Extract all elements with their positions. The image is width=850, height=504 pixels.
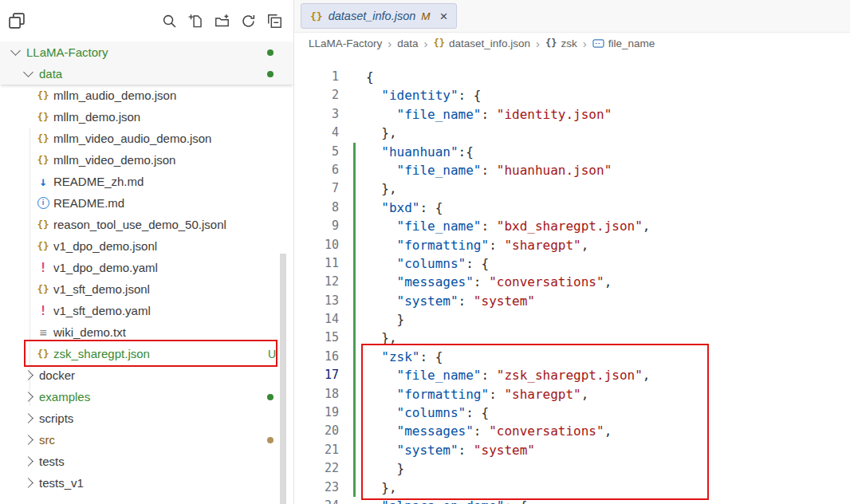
sidebar-scrollbar[interactable] xyxy=(280,254,286,504)
tree-item-label: data xyxy=(39,67,62,81)
breadcrumb-item-data[interactable]: data xyxy=(397,37,418,49)
tree-folder-scripts[interactable]: scripts xyxy=(0,408,293,429)
line-number: 23 xyxy=(294,478,339,497)
code-line-9[interactable]: 9 "file_name": "bxd_sharegpt.json", xyxy=(294,217,850,235)
code-text: "messages": "conversations", xyxy=(366,422,612,440)
tree-file-mllm_audio_demo.json[interactable]: {}mllm_audio_demo.json xyxy=(0,85,293,106)
tree-file-README.md[interactable]: iREADME.md xyxy=(0,192,293,214)
code-text: "messages": "conversations", xyxy=(366,273,612,291)
line-number: 19 xyxy=(294,404,339,422)
tree-folder-tests_v1[interactable]: tests_v1 xyxy=(0,472,293,494)
gutter xyxy=(339,86,366,104)
code-line-18[interactable]: 18 "formatting": "sharegpt", xyxy=(294,385,850,404)
tree-folder-examples[interactable]: examples xyxy=(0,386,293,408)
chevron-right-icon xyxy=(23,413,33,423)
tree-file-v1_sft_demo.yaml[interactable]: !v1_sft_demo.yaml xyxy=(0,300,293,321)
code-line-15[interactable]: 15 }, xyxy=(294,329,850,347)
code-line-21[interactable]: 21 "system": "system" xyxy=(294,441,850,459)
refresh-icon[interactable] xyxy=(241,14,256,29)
line-number: 5 xyxy=(294,143,339,161)
tree-file-mllm_video_audio_demo.json[interactable]: {}mllm_video_audio_demo.json xyxy=(0,128,293,149)
git-added-gutter-bar xyxy=(339,329,366,347)
code-line-22[interactable]: 22 } xyxy=(294,459,850,478)
breadcrumb-item-dataset_info.json[interactable]: {}dataset_info.json xyxy=(434,37,531,49)
code-line-12[interactable]: 12 "messages": "conversations", xyxy=(294,273,850,291)
field-symbol-icon xyxy=(592,38,604,49)
copy-icon[interactable] xyxy=(8,12,26,30)
breadcrumb-item-LLaMA-Factory[interactable]: LLaMA-Factory xyxy=(309,37,382,49)
line-number: 15 xyxy=(294,329,339,347)
code-text: "columns": { xyxy=(366,404,489,422)
code-line-6[interactable]: 6 "file_name": "huanhuan.json" xyxy=(294,161,850,179)
collapse-all-icon[interactable] xyxy=(267,14,282,29)
breadcrumb-separator: › xyxy=(424,37,428,50)
tree-item-label: LLaMA-Factory xyxy=(26,45,108,59)
info-file-icon: i xyxy=(35,197,51,209)
json-file-icon: {} xyxy=(35,219,51,230)
code-editor[interactable]: 1{2 "identity": {3 "file_name": "identit… xyxy=(294,53,850,504)
code-line-4[interactable]: 4 }, xyxy=(294,124,850,142)
tree-item-label: scripts xyxy=(39,411,73,425)
json-file-icon: {} xyxy=(35,154,51,166)
tab-dataset-info-json[interactable]: {} dataset_info.json M × xyxy=(301,3,457,29)
tree-file-README_zh.md[interactable]: ↓README_zh.md xyxy=(0,171,293,192)
code-line-19[interactable]: 19 "columns": { xyxy=(294,404,850,422)
code-line-14[interactable]: 14 } xyxy=(294,310,850,329)
git-added-gutter-bar xyxy=(339,348,366,366)
code-line-1[interactable]: 1{ xyxy=(294,68,850,86)
code-text: "file_name": "huanhuan.json" xyxy=(366,161,612,179)
code-line-10[interactable]: 10 "formatting": "sharegpt", xyxy=(294,236,850,254)
tree-file-wiki_demo.txt[interactable]: ≡wiki_demo.txt xyxy=(0,321,293,343)
code-line-11[interactable]: 11 "columns": { xyxy=(294,254,850,273)
tree-file-v1_dpo_demo.yaml[interactable]: !v1_dpo_demo.yaml xyxy=(0,257,293,278)
tree-item-label: README.md xyxy=(53,196,124,210)
code-line-5[interactable]: 5 "huanhuan":{ xyxy=(294,143,850,161)
code-line-7[interactable]: 7 }, xyxy=(294,179,850,198)
breadcrumb-item-file_name[interactable]: file_name xyxy=(592,37,655,49)
breadcrumb-separator: › xyxy=(388,37,392,50)
file-tree: LLaMA-Factorydata{}mllm_audio_demo.json{… xyxy=(0,41,293,494)
line-number: 9 xyxy=(294,217,339,235)
code-text: "system": "system" xyxy=(366,292,535,310)
close-icon[interactable]: × xyxy=(440,10,448,23)
breadcrumb: LLaMA-Factory›data›{}dataset_info.json›{… xyxy=(294,33,850,53)
tree-folder-LLaMA-Factory[interactable]: LLaMA-Factory xyxy=(0,41,293,63)
tree-item-label: v1_dpo_demo.jsonl xyxy=(53,239,157,253)
object-symbol-icon: {} xyxy=(545,37,557,49)
tree-folder-src[interactable]: src xyxy=(0,429,293,451)
tree-file-reason_tool_use_demo_50.jsonl[interactable]: {}reason_tool_use_demo_50.jsonl xyxy=(0,214,293,235)
breadcrumb-separator: › xyxy=(536,37,540,50)
tree-folder-tests[interactable]: tests xyxy=(0,451,293,472)
vscode-window: LLaMA-Factorydata{}mllm_audio_demo.json{… xyxy=(0,0,850,504)
git-added-gutter-bar xyxy=(339,199,366,217)
code-line-2[interactable]: 2 "identity": { xyxy=(294,86,850,104)
code-line-17[interactable]: 17 "file_name": "zsk_sharegpt.json", xyxy=(294,366,850,384)
code-line-13[interactable]: 13 "system": "system" xyxy=(294,292,850,310)
line-number: 22 xyxy=(294,459,339,478)
code-text: "file_name": "bxd_sharegpt.json", xyxy=(366,217,650,235)
breadcrumb-item-zsk[interactable]: {}zsk xyxy=(545,37,577,49)
tree-file-zsk_sharegpt.json[interactable]: {}zsk_sharegpt.jsonU xyxy=(0,343,293,364)
search-icon[interactable] xyxy=(162,14,177,29)
line-number: 18 xyxy=(294,385,339,404)
tree-file-v1_dpo_demo.jsonl[interactable]: {}v1_dpo_demo.jsonl xyxy=(0,235,293,257)
tree-item-label: examples xyxy=(39,390,90,404)
code-line-3[interactable]: 3 "file_name": "identity.json" xyxy=(294,105,850,124)
new-folder-icon[interactable] xyxy=(214,14,230,29)
tree-folder-data[interactable]: data xyxy=(0,63,293,85)
json-file-icon: {} xyxy=(35,111,51,123)
tree-file-mllm_demo.json[interactable]: {}mllm_demo.json xyxy=(0,106,293,128)
tree-file-v1_sft_demo.jsonl[interactable]: {}v1_sft_demo.jsonl xyxy=(0,278,293,300)
tree-file-mllm_video_demo.json[interactable]: {}mllm_video_demo.json xyxy=(0,149,293,171)
yaml-file-icon: ! xyxy=(35,303,51,318)
code-line-24[interactable]: 24 "alpaca_en_demo": { xyxy=(294,497,850,504)
editor-group: {} dataset_info.json M × LLaMA-Factory›d… xyxy=(293,0,850,504)
code-line-20[interactable]: 20 "messages": "conversations", xyxy=(294,422,850,440)
tree-folder-docker[interactable]: docker xyxy=(0,364,293,386)
tree-item-label: reason_tool_use_demo_50.jsonl xyxy=(53,218,226,231)
code-line-8[interactable]: 8 "bxd": { xyxy=(294,199,850,217)
new-file-icon[interactable] xyxy=(188,14,203,29)
code-line-16[interactable]: 16 "zsk": { xyxy=(294,348,850,366)
code-line-23[interactable]: 23 }, xyxy=(294,478,850,497)
line-number: 14 xyxy=(294,310,339,329)
